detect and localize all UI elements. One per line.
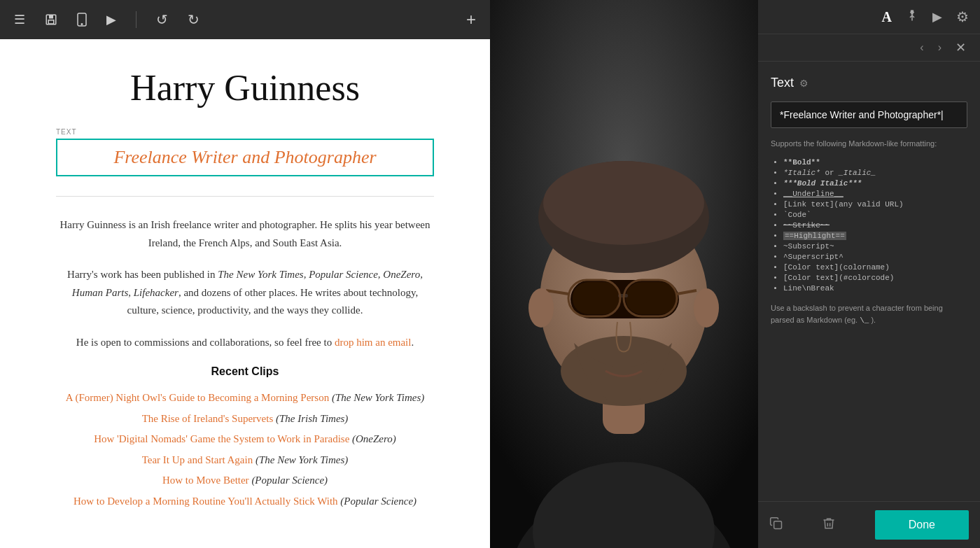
- play-icon: ▶: [106, 12, 116, 27]
- toolbar: ☰ ▶ ↺ ↻ +: [0, 0, 490, 39]
- prev-button[interactable]: ‹: [917, 40, 926, 55]
- subtitle-label: TEXT: [56, 128, 434, 136]
- clip-pub-1: (The New York Times): [332, 392, 424, 403]
- format-item-superscript: ^Superscript^: [783, 253, 967, 261]
- format-list: **Bold** *Italic* or _Italic_ ***Bold It…: [771, 158, 967, 293]
- delete-button[interactable]: [822, 517, 836, 534]
- bio3-after: .: [411, 337, 414, 348]
- recent-clips-title: Recent Clips: [56, 365, 434, 378]
- clip-item-4[interactable]: Tear It Up and Start Again (The New York…: [56, 451, 434, 470]
- format-item-bold-italic: ***Bold Italic***: [783, 179, 967, 188]
- mobile-icon: [77, 13, 87, 27]
- clip-pub-3: (OneZero): [352, 433, 396, 444]
- save-icon: [45, 13, 57, 26]
- right-footer: Done: [758, 501, 980, 548]
- undo-button[interactable]: ↺: [153, 8, 171, 31]
- right-header: A ▶ ⚙: [758, 0, 980, 34]
- clips-list: A (Former) Night Owl's Guide to Becoming…: [56, 389, 434, 510]
- copy-icon: [769, 517, 783, 531]
- divider: [56, 196, 434, 197]
- svg-point-4: [81, 24, 83, 25]
- email-link[interactable]: drop him an email: [335, 337, 412, 348]
- markdown-note: Supports the following Markdown-like for…: [771, 138, 967, 150]
- clip-title-2: The Rise of Ireland's Supervets: [142, 413, 274, 424]
- right-nav: ‹ › ✕: [758, 34, 980, 62]
- clip-title-1: A (Former) Night Owl's Guide to Becoming…: [66, 392, 329, 403]
- clip-title-6: How to Develop a Morning Routine You'll …: [74, 496, 338, 507]
- bio2-before: Harry's work has been published in: [67, 269, 218, 280]
- redo-button[interactable]: ↻: [185, 8, 202, 31]
- svg-point-11: [543, 161, 704, 245]
- panel-body: Text ⚙ Supports the following Markdown-l…: [758, 62, 980, 501]
- svg-rect-15: [626, 282, 676, 314]
- clip-item-6[interactable]: How to Develop a Morning Routine You'll …: [56, 493, 434, 511]
- svg-point-21: [528, 288, 554, 328]
- clip-pub-4: (The New York Times): [255, 454, 348, 465]
- play-button[interactable]: ▶: [104, 9, 119, 30]
- format-item-highlight: ==Highlight==: [783, 232, 967, 240]
- format-item-italic: *Italic* or _Italic_: [783, 169, 967, 177]
- panel-title-row: Text ⚙: [771, 76, 967, 90]
- clip-item-1[interactable]: A (Former) Night Owl's Guide to Becoming…: [56, 389, 434, 407]
- bio-paragraph-2: Harry's work has been published in The N…: [56, 266, 434, 320]
- subtitle-text: Freelance Writer and Photographer: [69, 147, 421, 168]
- subtitle-box[interactable]: Freelance Writer and Photographer: [56, 139, 434, 176]
- clip-title-4: Tear It Up and Start Again: [142, 454, 253, 465]
- content-area: Harry Guinness TEXT Freelance Writer and…: [0, 39, 490, 548]
- format-item-code: `Code`: [783, 211, 967, 219]
- done-button[interactable]: Done: [875, 510, 969, 540]
- bio-paragraph-3: He is open to commissions and collaborat…: [56, 334, 434, 352]
- svg-rect-1: [49, 15, 53, 18]
- clip-pub-5: (Popular Science): [251, 475, 328, 486]
- copy-button[interactable]: [769, 517, 783, 534]
- play-icon-right[interactable]: ▶: [932, 9, 942, 24]
- clip-title-5: How to Move Better: [162, 475, 249, 486]
- mobile-preview-button[interactable]: [74, 10, 90, 29]
- clip-item-2[interactable]: The Rise of Ireland's Supervets (The Iri…: [56, 410, 434, 428]
- photo-panel: [490, 0, 758, 548]
- portrait-image: [490, 0, 758, 548]
- trash-icon: [822, 517, 836, 531]
- svg-rect-14: [573, 282, 620, 314]
- next-button[interactable]: ›: [935, 40, 944, 55]
- format-item-strike: ~~Strike~~: [783, 221, 967, 230]
- clip-item-5[interactable]: How to Move Better (Popular Science): [56, 472, 434, 490]
- panel-title: Text: [771, 76, 794, 90]
- page-title: Harry Guinness: [56, 67, 434, 108]
- right-panel: A ▶ ⚙ ‹ › ✕ Text ⚙ Supports the followin…: [758, 0, 980, 548]
- format-item-underline: __Underline__: [783, 190, 967, 198]
- plus-icon: +: [466, 10, 476, 29]
- hamburger-button[interactable]: ☰: [11, 9, 28, 30]
- format-item-color-name: [Color text](colorname): [783, 263, 967, 272]
- toolbar-divider: [136, 11, 136, 28]
- save-button[interactable]: [42, 10, 60, 29]
- format-item-subscript: ~Subscript~: [783, 242, 967, 251]
- format-item-color-hex: [Color text](#colorcode): [783, 274, 967, 282]
- markdown-note-text: Supports the following Markdown-like for…: [771, 139, 937, 148]
- clip-title-3: How 'Digital Nomads' Game the System to …: [94, 433, 349, 444]
- clip-item-3[interactable]: How 'Digital Nomads' Game the System to …: [56, 430, 434, 449]
- bio-paragraph-1: Harry Guinness is an Irish freelance wri…: [56, 216, 434, 252]
- clip-pub-2: (The Irish Times): [276, 413, 348, 424]
- undo-icon: ↺: [156, 11, 168, 28]
- photo-area: [490, 0, 758, 548]
- svg-rect-2: [48, 20, 54, 24]
- format-item-linebreak: Line\nBreak: [783, 284, 967, 293]
- format-item-bold: **Bold**: [783, 158, 967, 167]
- left-panel: ☰ ▶ ↺ ↻ + Harry Gui: [0, 0, 490, 548]
- add-button[interactable]: +: [463, 7, 479, 32]
- clip-pub-6: (Popular Science): [340, 496, 416, 507]
- panel-title-gear-icon: ⚙: [799, 78, 808, 89]
- bio3-before: He is open to commissions and collaborat…: [76, 337, 335, 348]
- hamburger-icon: ☰: [14, 12, 25, 27]
- svg-rect-24: [774, 521, 782, 528]
- svg-point-22: [694, 288, 719, 328]
- settings-icon[interactable]: ⚙: [956, 8, 969, 25]
- backslash-note: Use a backslash to prevent a character f…: [771, 302, 967, 328]
- redo-icon: ↻: [188, 11, 200, 28]
- font-icon[interactable]: A: [882, 9, 892, 25]
- text-input[interactable]: [771, 101, 967, 128]
- close-button[interactable]: ✕: [953, 38, 969, 57]
- format-item-link: [Link text](any valid URL): [783, 200, 967, 209]
- pin-icon[interactable]: [906, 9, 918, 25]
